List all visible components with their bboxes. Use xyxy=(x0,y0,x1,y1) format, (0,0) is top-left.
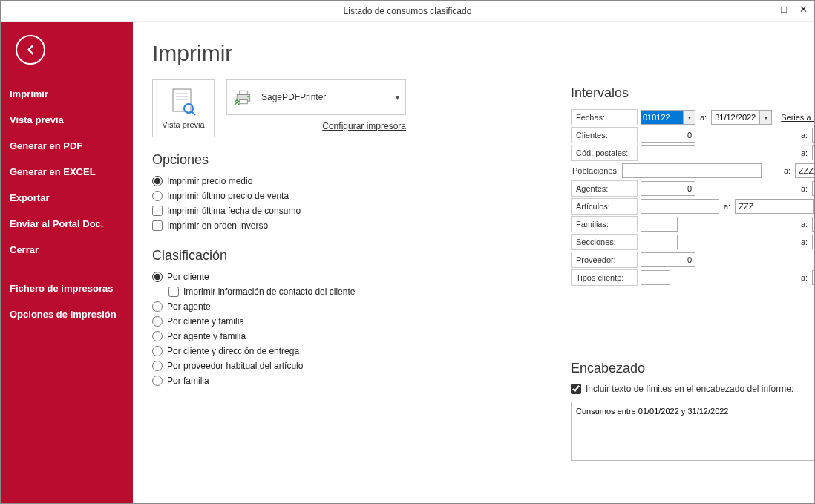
radio-por-proveedor[interactable] xyxy=(152,361,163,371)
back-button[interactable] xyxy=(16,35,45,65)
a-label: a: xyxy=(799,220,809,229)
printer-icon xyxy=(233,87,254,108)
agentes-label: Agentes: xyxy=(571,180,638,197)
opt-label[interactable]: Por cliente y familia xyxy=(167,316,244,327)
tipos-cliente-label: Tipos cliente: xyxy=(571,269,638,286)
agentes-from-input[interactable] xyxy=(641,181,695,196)
fechas-to-combo[interactable]: ▾ xyxy=(711,110,772,125)
secciones-from-input[interactable] xyxy=(641,235,678,249)
encabezado-textarea[interactable] xyxy=(571,402,814,461)
articulos-from-input[interactable] xyxy=(641,199,719,214)
sidebar-item-generar-pdf[interactable]: Generar en PDF xyxy=(1,133,133,159)
opt-label[interactable]: Imprimir último precio de venta xyxy=(167,191,289,201)
printer-select[interactable]: SagePDFPrinter ▾ xyxy=(226,79,406,115)
a-label: a: xyxy=(799,148,809,157)
sidebar-item-imprimir[interactable]: Imprimir xyxy=(1,81,133,107)
clientes-from-input[interactable] xyxy=(641,128,695,143)
cod-postales-label: Cód. postales: xyxy=(571,145,638,161)
secciones-to-input[interactable] xyxy=(812,235,814,249)
familias-label: Familias: xyxy=(571,216,638,232)
opt-label[interactable]: Por proveedor habitual del artículo xyxy=(167,361,303,371)
a-label: a: xyxy=(799,131,809,140)
sidebar-label: Cerrar xyxy=(10,244,39,255)
codpost-from-input[interactable] xyxy=(641,145,695,160)
intervalos-title: Intervalos xyxy=(571,85,814,101)
series-imprimir-link[interactable]: Series a imprimir: xyxy=(781,113,814,122)
chevron-down-icon[interactable]: ▾ xyxy=(759,111,771,124)
chevron-down-icon[interactable]: ▾ xyxy=(683,111,695,124)
clientes-label: Clientes: xyxy=(571,127,638,143)
sidebar: Imprimir Vista previa Generar en PDF Gen… xyxy=(1,22,133,504)
sidebar-label: Exportar xyxy=(10,192,49,203)
opt-label[interactable]: Por agente xyxy=(167,301,211,312)
poblaciones-from-input[interactable] xyxy=(622,163,762,178)
agentes-to-input[interactable] xyxy=(812,181,814,196)
vista-previa-label: Vista previa xyxy=(162,120,204,129)
sidebar-item-exportar[interactable]: Exportar xyxy=(1,185,133,211)
radio-por-cliente-direccion[interactable] xyxy=(152,346,163,356)
proveedor-from-input[interactable] xyxy=(641,252,695,267)
radio-por-cliente-familia[interactable] xyxy=(152,316,163,327)
configurar-impresora-link[interactable]: Configurar impresora xyxy=(322,121,406,131)
sidebar-label: Generar en PDF xyxy=(10,140,82,151)
sidebar-item-fichero-impresoras[interactable]: Fichero de impresoras xyxy=(1,275,133,301)
opt-label[interactable]: Por agente y familia xyxy=(167,331,246,341)
sidebar-label: Vista previa xyxy=(10,114,64,125)
articulos-label: Artículos: xyxy=(571,198,638,215)
radio-ultimo-precio[interactable] xyxy=(152,191,163,201)
fechas-from-input[interactable] xyxy=(641,111,683,124)
poblaciones-label: Poblaciones: xyxy=(571,166,619,175)
a-label: a: xyxy=(698,113,708,122)
radio-precio-medio[interactable] xyxy=(152,176,163,186)
window-title: Listado de consumos clasificado xyxy=(344,6,472,16)
a-label: a: xyxy=(799,184,809,193)
maximize-icon[interactable]: □ xyxy=(779,4,789,14)
articulos-to-input[interactable] xyxy=(735,199,814,214)
opt-label[interactable]: Imprimir información de contacto del cli… xyxy=(183,287,355,297)
check-ultima-fecha[interactable] xyxy=(152,206,163,216)
fechas-from-combo[interactable]: ▾ xyxy=(641,110,695,125)
familias-from-input[interactable] xyxy=(641,217,678,232)
check-info-contacto[interactable] xyxy=(168,287,179,297)
opt-label[interactable]: Por familia xyxy=(167,376,209,386)
printer-name: SagePDFPrinter xyxy=(261,92,326,102)
secciones-label: Secciones: xyxy=(571,234,638,250)
radio-por-agente-familia[interactable] xyxy=(152,331,163,341)
opt-label[interactable]: Imprimir en orden inverso xyxy=(167,220,268,231)
vista-previa-button[interactable]: Vista previa xyxy=(152,79,215,137)
radio-por-familia[interactable] xyxy=(152,376,163,386)
sidebar-label: Generar en EXCEL xyxy=(10,166,96,177)
svg-rect-8 xyxy=(240,100,248,104)
a-label: a: xyxy=(722,202,732,211)
sidebar-item-opciones-impresion[interactable]: Opciones de impresión xyxy=(1,301,133,327)
opt-label[interactable]: Por cliente xyxy=(167,272,209,282)
sidebar-item-enviar-portal[interactable]: Enviar al Portal Doc. xyxy=(1,211,133,237)
clientes-to-input[interactable] xyxy=(812,128,814,143)
sidebar-item-vista-previa[interactable]: Vista previa xyxy=(1,107,133,133)
svg-point-9 xyxy=(247,96,249,97)
radio-por-cliente[interactable] xyxy=(152,272,163,282)
codpost-to-input[interactable] xyxy=(812,145,814,160)
arrow-left-icon xyxy=(23,42,38,57)
check-orden-inverso[interactable] xyxy=(152,220,163,231)
radio-por-agente[interactable] xyxy=(152,301,163,312)
svg-rect-0 xyxy=(173,89,191,111)
incluir-limites-label[interactable]: Incluir texto de límites en el encabezad… xyxy=(586,384,793,394)
check-incluir-limites[interactable] xyxy=(571,384,581,394)
familias-to-input[interactable] xyxy=(812,217,814,232)
sidebar-label: Enviar al Portal Doc. xyxy=(10,218,103,229)
a-label: a: xyxy=(799,273,809,282)
opt-label[interactable]: Por cliente y dirección de entrega xyxy=(167,346,299,356)
fechas-to-input[interactable] xyxy=(712,111,759,124)
tiposcli-to-input[interactable] xyxy=(812,270,814,285)
close-icon[interactable]: ✕ xyxy=(798,4,808,14)
tiposcli-from-input[interactable] xyxy=(641,270,670,285)
sidebar-label: Imprimir xyxy=(10,88,48,99)
sidebar-item-cerrar[interactable]: Cerrar xyxy=(1,237,133,263)
title-bar: Listado de consumos clasificado □ ✕ xyxy=(1,1,814,22)
sidebar-item-generar-excel[interactable]: Generar en EXCEL xyxy=(1,159,133,185)
opt-label[interactable]: Imprimir última fecha de consumo xyxy=(167,206,301,216)
opt-label[interactable]: Imprimir precio medio xyxy=(167,176,252,186)
a-label: a: xyxy=(799,238,809,246)
poblaciones-to-input[interactable] xyxy=(795,163,814,178)
